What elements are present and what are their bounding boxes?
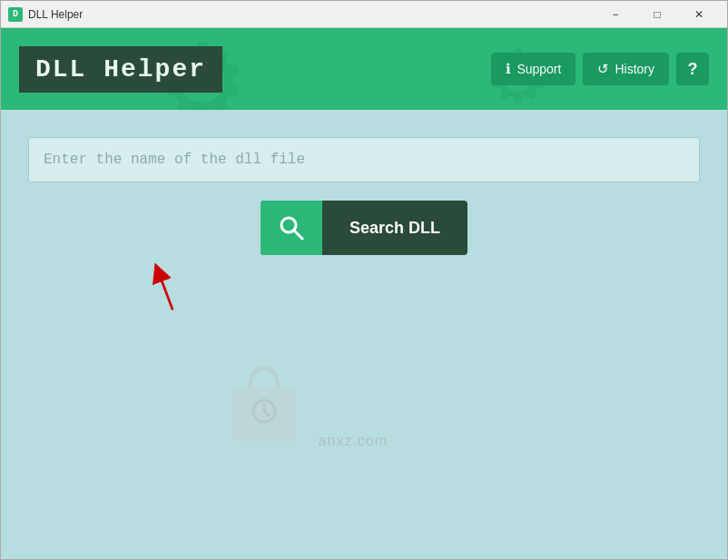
- title-bar: D DLL Helper − □ ✕: [1, 1, 727, 28]
- arrow-annotation: [142, 260, 187, 319]
- support-button[interactable]: ℹ Support: [491, 53, 576, 85]
- main-content: Search DLL anxz.com: [1, 110, 727, 559]
- window-frame: D DLL Helper − □ ✕ ⚙ ⚙ DLL Helper ℹ Supp…: [0, 0, 728, 560]
- svg-rect-4: [232, 387, 296, 441]
- window-title: DLL Helper: [28, 8, 595, 21]
- support-icon: ℹ: [506, 61, 511, 77]
- search-input[interactable]: [28, 137, 700, 182]
- svg-line-3: [294, 231, 302, 239]
- app-header: ⚙ ⚙ DLL Helper ℹ Support ↺ History ?: [1, 28, 727, 110]
- help-button[interactable]: ?: [676, 53, 709, 85]
- header-buttons: ℹ Support ↺ History ?: [491, 53, 709, 85]
- history-label: History: [615, 62, 654, 76]
- search-button-label: Search DLL: [322, 206, 467, 251]
- search-icon: [277, 213, 306, 242]
- search-icon-area: [261, 201, 322, 255]
- history-icon: ↺: [597, 61, 609, 77]
- maximize-button[interactable]: □: [636, 1, 678, 28]
- window-controls: − □ ✕: [595, 1, 720, 28]
- watermark-text: anxz.com: [319, 433, 388, 448]
- minimize-button[interactable]: −: [595, 1, 636, 28]
- watermark-bag-icon: [219, 355, 310, 446]
- watermark: anxz.com: [219, 355, 388, 450]
- app-title: DLL Helper: [19, 46, 222, 93]
- svg-line-7: [264, 411, 270, 417]
- svg-point-5: [253, 400, 275, 422]
- app-icon: D: [8, 7, 23, 22]
- search-button[interactable]: Search DLL: [261, 201, 467, 255]
- svg-line-1: [159, 272, 173, 310]
- support-label: Support: [516, 62, 561, 76]
- history-button[interactable]: ↺ History: [583, 53, 669, 85]
- close-button[interactable]: ✕: [678, 1, 720, 28]
